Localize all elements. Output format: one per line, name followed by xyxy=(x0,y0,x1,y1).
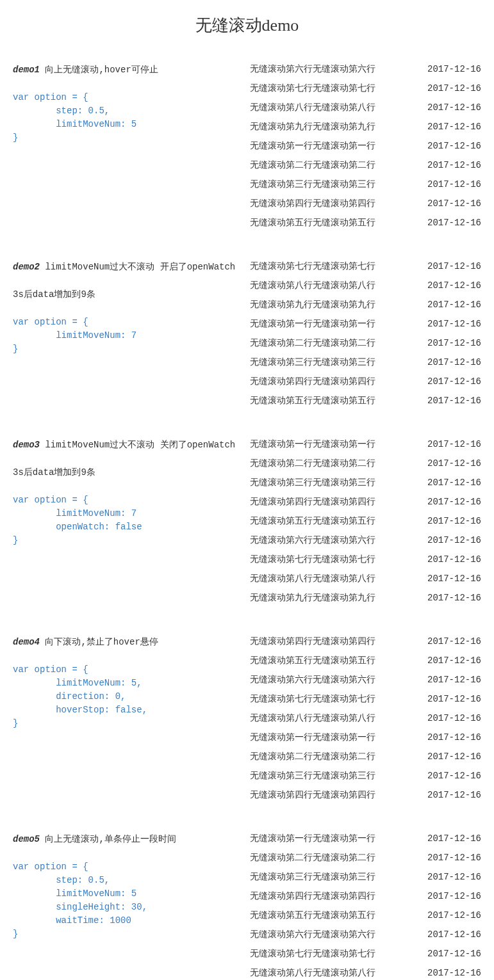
row-date: 2017-12-16 xyxy=(424,454,481,473)
list-item: 无缝滚动第二行无缝滚动第二行2017-12-16 xyxy=(250,156,481,175)
row-text: 无缝滚动第三行无缝滚动第三行 xyxy=(250,867,424,887)
row-text: 无缝滚动第五行无缝滚动第五行 xyxy=(250,511,424,531)
list-item: 无缝滚动第三行无缝滚动第三行2017-12-16 xyxy=(250,175,481,194)
list-item: 无缝滚动第六行无缝滚动第六行2017-12-16 xyxy=(250,925,481,944)
demo-label: demo4 xyxy=(13,637,40,647)
row-text: 无缝滚动第二行无缝滚动第二行 xyxy=(250,454,424,473)
row-date: 2017-12-16 xyxy=(424,194,481,213)
list-item: 无缝滚动第五行无缝滚动第五行2017-12-16 xyxy=(250,213,481,232)
list-item: 无缝滚动第四行无缝滚动第四行2017-12-16 xyxy=(250,887,481,906)
row-date: 2017-12-16 xyxy=(424,372,481,391)
list-item: 无缝滚动第四行无缝滚动第四行2017-12-16 xyxy=(250,372,481,391)
demo-code: var option = { step: 0.5, limitMoveNum: … xyxy=(13,91,243,145)
row-text: 无缝滚动第二行无缝滚动第二行 xyxy=(250,333,424,353)
scroll-panel[interactable]: 无缝滚动第一行无缝滚动第一行2017-12-16无缝滚动第二行无缝滚动第二行20… xyxy=(250,435,481,607)
demo-title-text: 向上无缝滚动,hover可停止 xyxy=(40,65,158,75)
row-date: 2017-12-16 xyxy=(424,391,481,410)
row-text: 无缝滚动第七行无缝滚动第七行 xyxy=(250,944,424,963)
row-text: 无缝滚动第二行无缝滚动第二行 xyxy=(250,848,424,867)
row-text: 无缝滚动第三行无缝滚动第三行 xyxy=(250,353,424,372)
row-date: 2017-12-16 xyxy=(424,689,481,709)
scroll-panel[interactable]: 无缝滚动第六行无缝滚动第六行2017-12-16无缝滚动第七行无缝滚动第七行20… xyxy=(250,60,481,232)
list-item: 无缝滚动第八行无缝滚动第八行2017-12-16 xyxy=(250,276,481,295)
row-date: 2017-12-16 xyxy=(424,848,481,867)
row-text: 无缝滚动第一行无缝滚动第一行 xyxy=(250,728,424,747)
row-date: 2017-12-16 xyxy=(424,353,481,372)
row-date: 2017-12-16 xyxy=(424,492,481,511)
demo-block-demo3: demo3 limitMoveNum过大不滚动 关闭了openWatch3s后d… xyxy=(13,435,481,607)
demo-title-text: 向上无缝滚动,单条停止一段时间 xyxy=(40,834,176,844)
list-item: 无缝滚动第八行无缝滚动第八行2017-12-16 xyxy=(250,569,481,588)
row-date: 2017-12-16 xyxy=(424,632,481,651)
scroll-list: 无缝滚动第四行无缝滚动第四行2017-12-16无缝滚动第五行无缝滚动第五行20… xyxy=(250,632,481,805)
row-text: 无缝滚动第四行无缝滚动第四行 xyxy=(250,632,424,651)
demo-note: 3s后data增加到9条 xyxy=(13,288,243,301)
row-date: 2017-12-16 xyxy=(424,60,481,79)
row-date: 2017-12-16 xyxy=(424,473,481,492)
list-item: 无缝滚动第四行无缝滚动第四行2017-12-16 xyxy=(250,632,481,651)
list-item: 无缝滚动第七行无缝滚动第七行2017-12-16 xyxy=(250,79,481,98)
scroll-panel[interactable]: 无缝滚动第四行无缝滚动第四行2017-12-16无缝滚动第五行无缝滚动第五行20… xyxy=(250,632,481,805)
row-text: 无缝滚动第六行无缝滚动第六行 xyxy=(250,670,424,689)
list-item: 无缝滚动第一行无缝滚动第一行2017-12-16 xyxy=(250,435,481,454)
row-text: 无缝滚动第一行无缝滚动第一行 xyxy=(250,136,424,156)
scroll-list: 无缝滚动第一行无缝滚动第一行2017-12-16无缝滚动第二行无缝滚动第二行20… xyxy=(250,435,481,607)
row-date: 2017-12-16 xyxy=(424,213,481,232)
row-text: 无缝滚动第四行无缝滚动第四行 xyxy=(250,372,424,391)
row-text: 无缝滚动第六行无缝滚动第六行 xyxy=(250,60,424,79)
row-date: 2017-12-16 xyxy=(424,709,481,728)
row-date: 2017-12-16 xyxy=(424,670,481,689)
list-item: 无缝滚动第四行无缝滚动第四行2017-12-16 xyxy=(250,785,481,805)
list-item: 无缝滚动第一行无缝滚动第一行2017-12-16 xyxy=(250,829,481,848)
row-text: 无缝滚动第四行无缝滚动第四行 xyxy=(250,492,424,511)
row-text: 无缝滚动第五行无缝滚动第五行 xyxy=(250,391,424,410)
demo-title-text: 向下滚动,禁止了hover悬停 xyxy=(40,637,158,647)
list-item: 无缝滚动第四行无缝滚动第四行2017-12-16 xyxy=(250,492,481,511)
row-text: 无缝滚动第八行无缝滚动第八行 xyxy=(250,98,424,117)
demo-label: demo3 xyxy=(13,440,40,450)
row-date: 2017-12-16 xyxy=(424,588,481,607)
row-text: 无缝滚动第八行无缝滚动第八行 xyxy=(250,963,424,980)
row-text: 无缝滚动第九行无缝滚动第九行 xyxy=(250,117,424,136)
row-date: 2017-12-16 xyxy=(424,314,481,333)
row-text: 无缝滚动第三行无缝滚动第三行 xyxy=(250,175,424,194)
row-text: 无缝滚动第七行无缝滚动第七行 xyxy=(250,550,424,569)
list-item: 无缝滚动第二行无缝滚动第二行2017-12-16 xyxy=(250,747,481,766)
row-date: 2017-12-16 xyxy=(424,867,481,887)
row-date: 2017-12-16 xyxy=(424,963,481,980)
row-date: 2017-12-16 xyxy=(424,569,481,588)
demo-title: demo4 向下滚动,禁止了hover悬停 xyxy=(13,636,243,649)
row-text: 无缝滚动第一行无缝滚动第一行 xyxy=(250,829,424,848)
list-item: 无缝滚动第九行无缝滚动第九行2017-12-16 xyxy=(250,117,481,136)
row-text: 无缝滚动第七行无缝滚动第七行 xyxy=(250,79,424,98)
row-date: 2017-12-16 xyxy=(424,906,481,925)
list-item: 无缝滚动第三行无缝滚动第三行2017-12-16 xyxy=(250,766,481,785)
row-date: 2017-12-16 xyxy=(424,98,481,117)
row-date: 2017-12-16 xyxy=(424,435,481,454)
row-date: 2017-12-16 xyxy=(424,136,481,156)
list-item: 无缝滚动第五行无缝滚动第五行2017-12-16 xyxy=(250,511,481,531)
list-item: 无缝滚动第四行无缝滚动第四行2017-12-16 xyxy=(250,194,481,213)
row-text: 无缝滚动第九行无缝滚动第九行 xyxy=(250,295,424,314)
demo-block-demo1: demo1 向上无缝滚动,hover可停止var option = { step… xyxy=(13,60,481,232)
demo-title-text: limitMoveNum过大不滚动 开启了openWatch xyxy=(40,262,235,272)
demo-title-text: limitMoveNum过大不滚动 关闭了openWatch xyxy=(40,440,235,450)
row-date: 2017-12-16 xyxy=(424,728,481,747)
row-text: 无缝滚动第四行无缝滚动第四行 xyxy=(250,887,424,906)
row-date: 2017-12-16 xyxy=(424,295,481,314)
scroll-panel[interactable]: 无缝滚动第七行无缝滚动第七行2017-12-16无缝滚动第八行无缝滚动第八行20… xyxy=(250,257,481,410)
row-date: 2017-12-16 xyxy=(424,829,481,848)
row-text: 无缝滚动第八行无缝滚动第八行 xyxy=(250,709,424,728)
demo-title: demo2 limitMoveNum过大不滚动 开启了openWatch xyxy=(13,261,243,274)
list-item: 无缝滚动第二行无缝滚动第二行2017-12-16 xyxy=(250,848,481,867)
demo-left: demo2 limitMoveNum过大不滚动 开启了openWatch3s后d… xyxy=(13,257,250,356)
list-item: 无缝滚动第五行无缝滚动第五行2017-12-16 xyxy=(250,906,481,925)
scroll-list: 无缝滚动第一行无缝滚动第一行2017-12-16无缝滚动第二行无缝滚动第二行20… xyxy=(250,829,481,980)
list-item: 无缝滚动第九行无缝滚动第九行2017-12-16 xyxy=(250,588,481,607)
demo-block-demo4: demo4 向下滚动,禁止了hover悬停var option = { limi… xyxy=(13,632,481,805)
scroll-panel[interactable]: 无缝滚动第一行无缝滚动第一行2017-12-16无缝滚动第二行无缝滚动第二行20… xyxy=(250,829,481,980)
row-date: 2017-12-16 xyxy=(424,766,481,785)
row-text: 无缝滚动第四行无缝滚动第四行 xyxy=(250,194,424,213)
row-date: 2017-12-16 xyxy=(424,117,481,136)
row-text: 无缝滚动第九行无缝滚动第九行 xyxy=(250,588,424,607)
